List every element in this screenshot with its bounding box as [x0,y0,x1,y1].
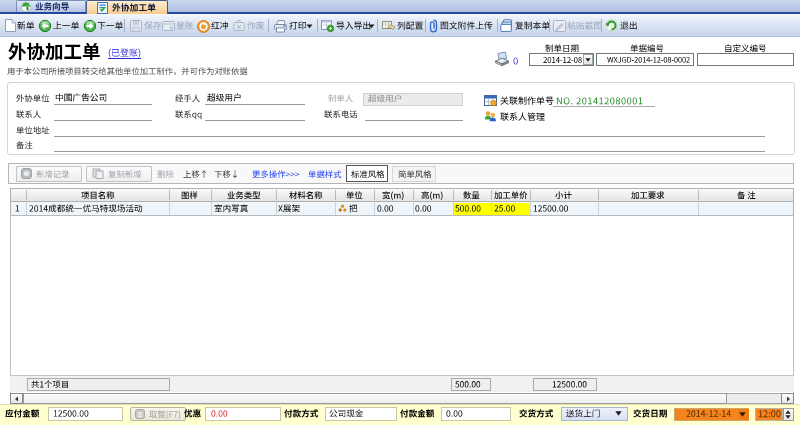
svg-text:$: $ [138,411,142,418]
